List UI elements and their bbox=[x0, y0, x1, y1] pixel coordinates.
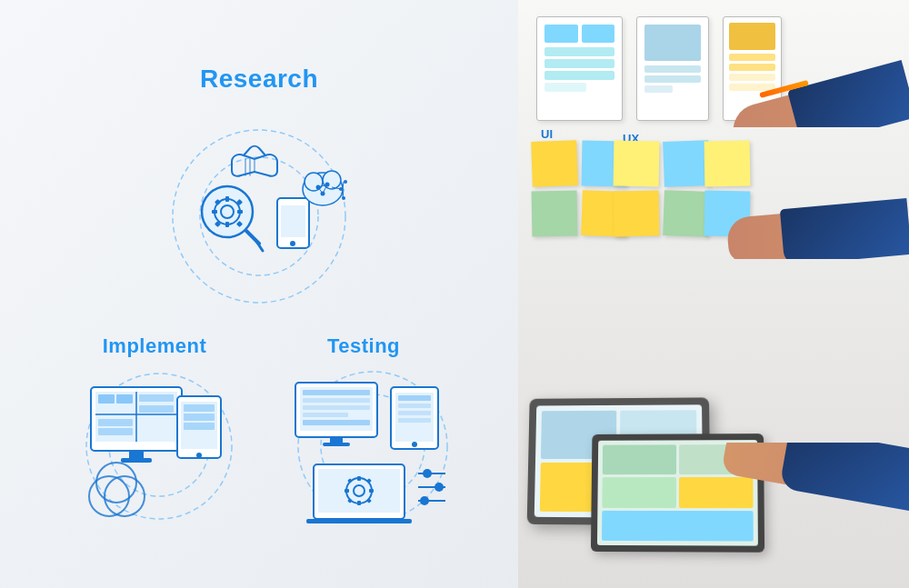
testing-svg bbox=[286, 369, 459, 523]
svg-rect-50 bbox=[184, 414, 215, 421]
implement-svg bbox=[77, 369, 241, 523]
sticky-7 bbox=[614, 191, 660, 237]
testing-icon-area bbox=[286, 369, 441, 523]
svg-rect-46 bbox=[121, 458, 152, 463]
svg-rect-70 bbox=[398, 404, 431, 408]
svg-rect-80 bbox=[345, 489, 349, 493]
wireframe-card-2 bbox=[636, 16, 709, 121]
svg-rect-8 bbox=[237, 210, 243, 214]
svg-rect-6 bbox=[225, 222, 229, 227]
svg-rect-81 bbox=[369, 489, 374, 493]
arm-middle bbox=[700, 195, 909, 259]
svg-rect-42 bbox=[98, 428, 133, 435]
svg-rect-65 bbox=[330, 437, 343, 443]
svg-rect-60 bbox=[303, 390, 370, 395]
arm-tablet bbox=[691, 443, 909, 515]
svg-point-92 bbox=[420, 496, 429, 505]
implement-title: Implement bbox=[103, 334, 207, 358]
page-container: Research bbox=[0, 0, 909, 588]
ui-label: UI bbox=[541, 127, 553, 141]
svg-rect-45 bbox=[129, 451, 144, 458]
svg-rect-49 bbox=[184, 404, 215, 412]
bottom-sections: Implement bbox=[77, 334, 441, 523]
svg-point-55 bbox=[96, 463, 136, 503]
svg-point-28 bbox=[344, 180, 347, 184]
research-title: Research bbox=[200, 65, 318, 94]
svg-rect-62 bbox=[303, 405, 370, 410]
svg-rect-44 bbox=[139, 405, 174, 413]
svg-rect-79 bbox=[357, 501, 361, 505]
testing-title: Testing bbox=[327, 334, 400, 358]
implement-section: Implement bbox=[77, 334, 232, 523]
research-section: Research bbox=[159, 65, 359, 307]
svg-rect-40 bbox=[116, 394, 133, 404]
svg-rect-41 bbox=[98, 419, 133, 426]
svg-rect-78 bbox=[357, 476, 361, 481]
arm-pen bbox=[709, 55, 909, 127]
svg-rect-61 bbox=[303, 398, 370, 403]
svg-rect-64 bbox=[303, 420, 370, 425]
svg-point-29 bbox=[342, 196, 345, 200]
svg-rect-66 bbox=[323, 443, 350, 446]
svg-rect-72 bbox=[398, 418, 431, 423]
svg-rect-63 bbox=[303, 413, 348, 417]
sticky-5 bbox=[614, 141, 660, 187]
svg-point-52 bbox=[196, 453, 202, 458]
svg-line-30 bbox=[343, 182, 344, 189]
svg-rect-86 bbox=[306, 519, 412, 523]
right-panel: UI UX bbox=[518, 0, 909, 588]
svg-rect-5 bbox=[225, 196, 229, 202]
svg-point-0 bbox=[173, 130, 345, 303]
svg-rect-43 bbox=[139, 394, 174, 402]
svg-point-73 bbox=[412, 442, 417, 447]
svg-rect-69 bbox=[398, 395, 431, 401]
sticky-9 bbox=[704, 141, 751, 187]
svg-point-90 bbox=[435, 483, 444, 492]
svg-point-88 bbox=[423, 469, 432, 478]
left-panel: Research bbox=[0, 0, 518, 588]
svg-rect-39 bbox=[98, 394, 115, 404]
wireframe-card-1 bbox=[536, 16, 623, 121]
sticky-1 bbox=[531, 140, 578, 187]
testing-section: Testing bbox=[286, 334, 441, 523]
sticky-6 bbox=[663, 140, 710, 187]
svg-rect-51 bbox=[184, 423, 215, 430]
svg-rect-16 bbox=[281, 205, 305, 237]
photo-background: UI UX bbox=[518, 0, 909, 588]
svg-rect-71 bbox=[398, 411, 431, 415]
implement-icon-area bbox=[77, 369, 232, 523]
svg-point-20 bbox=[323, 171, 341, 189]
sticky-notes-center bbox=[614, 141, 709, 236]
svg-point-17 bbox=[290, 241, 295, 246]
research-dashed-rings bbox=[159, 107, 359, 307]
svg-rect-7 bbox=[212, 210, 217, 214]
research-icon-area bbox=[159, 107, 359, 307]
sticky-3 bbox=[532, 191, 578, 237]
